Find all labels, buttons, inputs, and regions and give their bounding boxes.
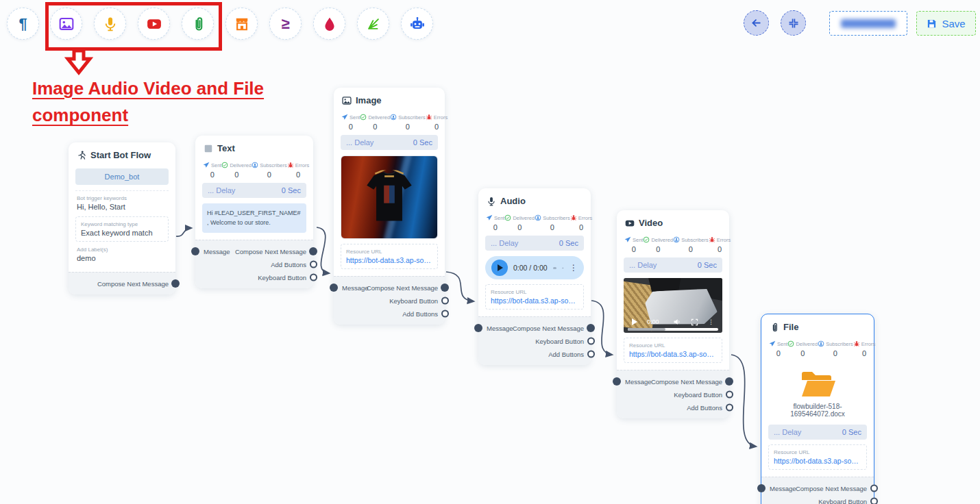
audio-progress[interactable] [553,267,556,269]
output-port-keyboard-button[interactable] [726,391,733,399]
volume-icon[interactable] [562,264,564,273]
input-port-message[interactable] [474,324,482,332]
output-port-add-buttons[interactable] [310,261,317,268]
video-preview[interactable]: 0:00 ⋮ [624,278,722,333]
runner-icon [77,151,86,160]
trigger-keywords-value[interactable]: Hi, Hello, Start [77,203,167,211]
output-port-add-buttons[interactable] [441,310,449,318]
audio-time: 0:00 / 0:00 [513,264,548,272]
node-title: Video [639,218,663,228]
subscribers-icon [390,114,397,121]
volume-icon[interactable] [673,318,681,326]
input-port-message[interactable] [191,247,199,255]
fit-view-button[interactable] [781,10,806,36]
floppy-icon [927,18,937,29]
delay-setting[interactable]: ... Delay0 Sec [341,135,438,150]
condition-element-icon: ≥ [281,16,289,32]
output-port-keyboard-button[interactable] [587,338,595,345]
node-image[interactable]: Image Sent0 Delivered0 Subscribers0 Erro… [334,88,445,325]
node-start-bot-flow[interactable]: Start Bot Flow Demo_bot Bot trigger keyw… [69,142,175,294]
delay-setting[interactable]: ... Delay0 Sec [202,183,306,198]
node-title: File [783,322,798,332]
add-labels-value[interactable]: demo [77,254,167,262]
input-port-message[interactable] [757,484,765,492]
sent-icon [341,114,348,121]
output-port-compose[interactable] [870,485,878,492]
output-port-add-buttons[interactable] [726,404,733,412]
microphone-icon [487,197,496,206]
play-button[interactable] [491,260,508,276]
output-port-compose[interactable] [309,247,317,255]
ecommerce-element-button[interactable] [225,8,258,40]
sequence-element-button[interactable] [357,8,389,40]
condition-element-button[interactable]: ≥ [269,8,302,40]
audio-menu-icon[interactable]: ⋮ [569,263,578,273]
video-progress[interactable] [628,328,718,331]
file-element-icon [191,16,206,32]
delivered-icon [787,340,794,347]
output-port-keyboard-button[interactable] [310,274,317,281]
message-preview[interactable]: Hi #LEAD_USER_FIRST_NAME# , Welcome to o… [202,203,306,233]
delay-setting[interactable]: ... Delay0 Sec [485,236,584,251]
output-port-compose[interactable] [587,324,595,332]
resource-url-link[interactable]: https://bot-data.s3.ap-southeast-1.wasab… [491,297,578,305]
video-icon [625,218,635,228]
audio-player[interactable]: 0:00 / 0:00 ⋮ [485,256,584,279]
resource-url-link[interactable]: https://bot-data.s3.ap-southeast-1.wasab… [346,256,432,264]
text-element-icon: ¶ [19,16,27,32]
video-play-icon[interactable] [632,318,637,325]
audio-element-button[interactable] [94,8,126,40]
bot-name-field[interactable]: Demo_bot [75,168,169,185]
output-port-compose[interactable] [171,279,180,288]
resource-url-label: Resource URL [774,449,861,455]
delay-setting[interactable]: ... Delay0 Sec [768,425,867,440]
node-video[interactable]: Video Sent0 Delivered0 Subscribers0 Erro… [617,210,729,418]
ecommerce-element-icon [234,16,249,32]
folder-open-icon [800,370,835,399]
subscribers-icon [535,214,541,221]
drip-element-button[interactable] [313,8,345,40]
image-element-icon [59,16,74,32]
output-port-compose[interactable] [441,284,449,292]
save-button[interactable]: Save [916,11,976,36]
bot-ai-element-button[interactable] [401,8,433,40]
node-title: Text [217,143,235,153]
video-element-button[interactable] [138,8,170,40]
text-element-button[interactable]: ¶ [7,8,39,40]
file-element-button[interactable] [182,8,214,40]
sequence-element-icon [366,16,381,32]
delay-setting[interactable]: ... Delay0 Sec [624,257,722,273]
errors-icon [426,114,432,121]
edge-image-to-audio [446,272,474,301]
resource-url-link[interactable]: https://bot-data.s3.ap-southeast-1.wasab… [629,350,717,358]
compose-next-message-label: Compose Next Message [97,280,169,288]
subscribers-icon [252,162,258,168]
node-text[interactable]: Text Sent0 Delivered0 Subscribers0 Error… [195,136,313,288]
sent-icon [624,236,631,243]
output-port-keyboard-button[interactable] [441,297,449,305]
input-port-message[interactable] [613,377,621,386]
fullscreen-icon[interactable] [691,318,698,326]
text-icon [204,144,213,153]
image-element-button[interactable] [50,8,82,40]
input-port-message[interactable] [330,284,338,292]
node-footer: MessageCompose Next Message Keyboard But… [334,276,445,325]
image-preview[interactable] [341,155,438,239]
errors-icon [570,214,577,221]
resource-url-link[interactable]: https://bot-data.s3.ap-southeast-1.wasab… [774,457,861,465]
output-port-add-buttons[interactable] [587,351,595,358]
play-icon [498,264,503,271]
matching-type-value[interactable]: Exact keyword match [81,229,163,237]
redacted-button[interactable] [829,11,907,36]
node-file[interactable]: File Sent0 Delivered0 Subscribers0 Error… [761,314,874,504]
output-port-compose[interactable] [725,377,733,386]
node-footer: MessageCompose Next Message Add Buttons … [195,240,313,288]
output-port-keyboard-button[interactable] [870,498,878,504]
node-audio[interactable]: Audio Sent0 Delivered0 Subscribers0 Erro… [478,188,591,365]
errors-icon [853,340,860,347]
video-menu-icon[interactable]: ⋮ [708,318,714,325]
annotation-caption: Image Audio Video and File component [32,75,299,129]
bot-ai-element-icon [410,16,425,32]
trigger-keywords-label: Bot trigger keywords [77,195,167,201]
back-button[interactable] [744,10,769,36]
